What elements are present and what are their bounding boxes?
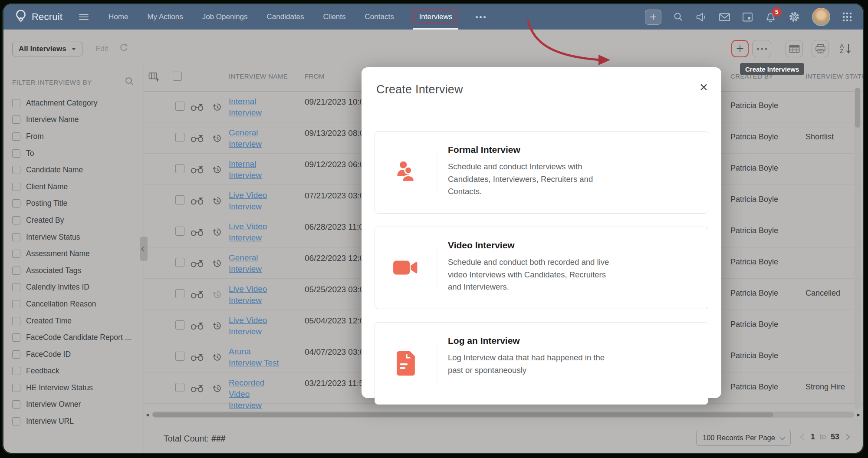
checkbox[interactable] (12, 149, 20, 158)
quick-view-glasses-icon[interactable] (190, 291, 205, 300)
nav-item[interactable]: Job Openings (202, 13, 248, 21)
history-icon[interactable] (213, 353, 222, 363)
row-checkbox[interactable] (175, 102, 184, 111)
filter-checkbox-item[interactable]: Attachment Category (12, 95, 140, 112)
row-checkbox[interactable] (175, 289, 184, 298)
filter-checkbox-item[interactable]: FaceCode Candidate Report ... (12, 329, 140, 346)
quick-view-glasses-icon[interactable] (190, 228, 205, 238)
filter-checkbox-item[interactable]: Created Time (12, 313, 140, 329)
quick-view-glasses-icon[interactable] (190, 353, 205, 363)
filter-checkbox-item[interactable]: Interview Owner (12, 396, 140, 413)
vertical-scrollbar-thumb[interactable] (855, 88, 860, 128)
checkbox[interactable] (12, 283, 20, 291)
log-interview-option[interactable]: Log an Interview Log Interview data that… (375, 322, 708, 405)
print-button[interactable] (812, 40, 829, 57)
row-checkbox[interactable] (175, 133, 184, 142)
filter-checkbox-item[interactable]: To (12, 145, 140, 162)
formal-interview-option[interactable]: Formal Interview Schedule and conduct In… (375, 131, 708, 214)
records-per-page-dropdown[interactable]: 100 Records Per Page (696, 430, 791, 446)
manage-columns-icon[interactable] (148, 72, 160, 84)
filter-checkbox-item[interactable]: Assessment Name (12, 245, 140, 262)
checkbox[interactable] (12, 333, 20, 342)
nav-item[interactable]: Clients (323, 13, 346, 21)
history-icon[interactable] (213, 134, 222, 145)
checkbox[interactable] (12, 132, 20, 141)
interview-name-link[interactable]: General Interview (229, 252, 284, 275)
checkbox[interactable] (12, 233, 20, 241)
vertical-scrollbar[interactable] (854, 88, 861, 409)
row-checkbox[interactable] (175, 383, 184, 392)
interview-name-link[interactable]: Live Video Interview (229, 221, 284, 244)
brand[interactable]: Recruit (14, 9, 62, 25)
column-header-interview-status[interactable]: INTERVIEW STATUS (806, 72, 863, 80)
history-icon[interactable] (213, 290, 222, 301)
select-all-checkbox[interactable] (173, 72, 182, 81)
column-header-from[interactable]: FROM (305, 72, 325, 80)
checkbox[interactable] (12, 317, 20, 325)
row-checkbox[interactable] (175, 227, 184, 236)
checkbox[interactable] (12, 199, 20, 208)
checkbox[interactable] (12, 400, 20, 409)
history-icon[interactable] (213, 259, 222, 270)
quick-view-glasses-icon[interactable] (190, 135, 205, 144)
apps-grid-icon[interactable] (842, 12, 852, 22)
close-icon[interactable]: ✕ (699, 82, 708, 93)
filter-search-icon[interactable] (125, 76, 134, 88)
filter-checkbox-item[interactable]: Calendly Invites ID (12, 279, 140, 296)
nav-item[interactable]: Interviews (413, 10, 459, 24)
row-checkbox[interactable] (175, 320, 184, 329)
menu-hamburger-icon[interactable] (79, 14, 89, 20)
interview-name-link[interactable]: Internal Interview (229, 158, 284, 181)
checkbox[interactable] (12, 350, 20, 359)
checkbox[interactable] (12, 216, 20, 224)
edit-button[interactable]: Edit (95, 45, 108, 53)
quick-view-glasses-icon[interactable] (190, 197, 205, 207)
checkbox[interactable] (12, 367, 20, 375)
create-interview-button[interactable] (731, 40, 749, 57)
filter-checkbox-item[interactable]: HE Interview Status (12, 379, 140, 396)
announcements-icon[interactable] (695, 12, 707, 23)
history-icon[interactable] (213, 227, 222, 238)
nav-item[interactable]: Candidates (267, 13, 304, 21)
page-prev-icon[interactable] (800, 434, 807, 441)
search-icon[interactable] (673, 12, 684, 22)
quick-create-icon[interactable] (645, 10, 661, 25)
filter-checkbox-item[interactable]: FaceCode ID (12, 346, 140, 363)
checkbox[interactable] (12, 183, 20, 191)
video-interview-option[interactable]: Video Interview Schedule and conduct bot… (375, 227, 708, 309)
filter-checkbox-item[interactable]: Created By (12, 212, 140, 229)
sort-az-button[interactable]: A Z (834, 40, 857, 57)
column-header-interview-name[interactable]: INTERVIEW NAME (229, 72, 288, 80)
filter-checkbox-item[interactable]: From (12, 128, 140, 145)
user-avatar[interactable] (812, 8, 830, 26)
filter-checkbox-item[interactable]: Cancellation Reason (12, 296, 140, 313)
page-next-icon[interactable] (843, 434, 850, 441)
quick-view-glasses-icon[interactable] (190, 103, 205, 113)
quick-view-glasses-icon[interactable] (190, 260, 205, 269)
interview-name-link[interactable]: Internal Interview (229, 96, 284, 119)
nav-item[interactable]: Home (108, 13, 128, 21)
table-view-button[interactable] (786, 40, 803, 57)
nav-item[interactable]: Contacts (365, 13, 394, 21)
history-icon[interactable] (213, 102, 222, 113)
history-icon[interactable] (213, 196, 222, 207)
checkbox[interactable] (12, 99, 20, 107)
quick-view-glasses-icon[interactable] (190, 166, 205, 175)
interview-name-link[interactable]: General Interview (229, 127, 284, 150)
interview-name-link[interactable]: Live Video Interview (229, 283, 284, 306)
refresh-icon[interactable] (119, 43, 128, 54)
interview-name-link[interactable]: Live Video Interview (229, 315, 284, 337)
filter-checkbox-item[interactable]: Candidate Name (12, 161, 140, 178)
mail-icon[interactable] (719, 13, 730, 22)
row-checkbox[interactable] (175, 352, 184, 361)
settings-gear-icon[interactable] (788, 11, 800, 23)
checkbox[interactable] (12, 166, 20, 174)
filter-checkbox-item[interactable]: Client Name (12, 178, 140, 195)
filter-checkbox-item[interactable]: Interview Status (12, 229, 140, 246)
filter-checkbox-item[interactable]: Interview Name (12, 112, 140, 129)
history-icon[interactable] (213, 165, 222, 176)
filter-checkbox-item[interactable]: Feedback (12, 363, 140, 380)
view-selector-dropdown[interactable]: All Interviews (12, 42, 82, 56)
quick-view-glasses-icon[interactable] (190, 322, 205, 332)
nav-more-icon[interactable] (476, 16, 486, 18)
